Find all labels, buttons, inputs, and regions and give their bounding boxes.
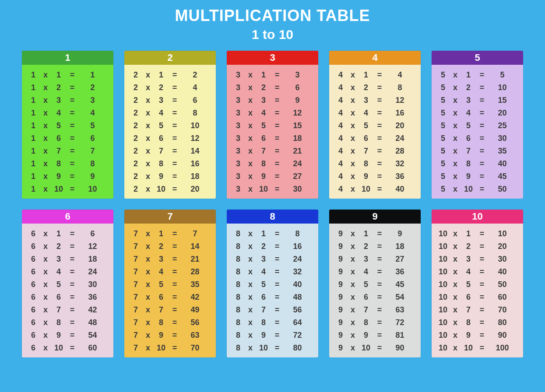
times-symbol: x (347, 71, 359, 79)
times-symbol: x (347, 230, 359, 238)
multiplier: 1 (52, 71, 66, 79)
times-symbol: x (142, 147, 154, 155)
product: 27 (386, 255, 415, 263)
times-symbol: x (449, 318, 461, 326)
times-symbol: x (142, 268, 154, 276)
multiplier: 5 (52, 122, 66, 130)
multiplicand: 8 (232, 268, 244, 276)
equals-symbol: = (373, 147, 386, 155)
table-row: 3x8=24 (232, 157, 313, 170)
equals-symbol: = (66, 84, 79, 91)
equals-symbol: = (475, 185, 489, 193)
equals-symbol: = (373, 293, 386, 301)
times-symbol: x (244, 306, 257, 314)
product: 100 (489, 344, 518, 352)
equals-symbol: = (373, 255, 386, 263)
multiplier: 3 (52, 255, 66, 263)
product: 25 (489, 122, 518, 130)
equals-symbol: = (168, 318, 181, 326)
multiplicand: 7 (130, 255, 142, 263)
multiplier: 10 (154, 344, 168, 352)
multiplicand: 5 (437, 71, 449, 79)
times-symbol: x (449, 185, 461, 193)
multiplicand: 3 (232, 84, 244, 91)
equals-symbol: = (271, 109, 284, 117)
multiplier: 3 (359, 255, 373, 263)
table-row: 4x10=40 (334, 182, 415, 195)
multiplier: 5 (257, 280, 271, 288)
product: 80 (489, 318, 518, 326)
equals-symbol: = (271, 230, 284, 238)
equals-symbol: = (271, 147, 284, 155)
times-symbol: x (39, 96, 52, 104)
multiplicand: 6 (27, 268, 39, 276)
multiplier: 4 (154, 109, 168, 117)
times-symbol: x (244, 344, 257, 352)
times-symbol: x (347, 84, 359, 91)
times-symbol: x (244, 96, 257, 104)
equals-symbol: = (475, 344, 489, 352)
card-header: 5 (432, 51, 523, 65)
table-row: 6x1=6 (27, 227, 108, 240)
multiplicand: 9 (334, 280, 347, 288)
multiplier: 5 (461, 280, 475, 288)
table-row: 8x10=80 (232, 341, 313, 354)
table-row: 9x2=18 (334, 240, 415, 252)
table-row: 5x9=45 (437, 170, 518, 182)
times-symbol: x (449, 147, 461, 155)
product: 28 (181, 268, 211, 276)
multiplier: 3 (154, 255, 168, 263)
times-symbol: x (244, 71, 257, 79)
times-symbol: x (39, 109, 52, 117)
times-symbol: x (39, 331, 52, 339)
multiplier: 7 (52, 147, 66, 155)
equals-symbol: = (168, 242, 181, 250)
table-row: 6x5=30 (27, 278, 108, 290)
product: 9 (386, 230, 415, 238)
multiplicand: 1 (27, 160, 39, 168)
product: 18 (386, 242, 415, 250)
table-row: 7x8=56 (130, 316, 211, 329)
equals-symbol: = (373, 318, 386, 326)
multiplier: 8 (461, 160, 475, 168)
equals-symbol: = (66, 122, 79, 130)
product: 18 (181, 172, 211, 180)
times-symbol: x (39, 84, 52, 91)
product: 10 (489, 230, 518, 238)
product: 40 (489, 160, 518, 168)
multiplier: 8 (359, 318, 373, 326)
multiplicand: 6 (27, 230, 39, 238)
table-row: 7x9=63 (130, 329, 211, 341)
equals-symbol: = (168, 122, 181, 130)
table-row: 8x5=40 (232, 278, 313, 290)
times-symbol: x (244, 268, 257, 276)
equals-symbol: = (168, 255, 181, 263)
table-row: 2x2=4 (130, 81, 211, 94)
multiplicand: 5 (437, 134, 449, 142)
times-symbol: x (39, 71, 52, 79)
multiplier: 10 (461, 185, 475, 193)
equals-symbol: = (168, 230, 181, 238)
table-row: 2x1=2 (130, 68, 211, 81)
multiplier: 9 (154, 172, 168, 180)
multiplier: 4 (52, 109, 66, 117)
table-row: 10x2=20 (437, 240, 518, 252)
multiplier: 10 (461, 344, 475, 352)
table-row: 3x1=3 (232, 68, 313, 81)
multiplicand: 1 (27, 109, 39, 117)
table-row: 6x3=18 (27, 252, 108, 265)
table-card-8: 88x1=88x2=168x3=248x4=328x5=408x6=488x7=… (227, 210, 318, 357)
times-symbol: x (244, 160, 257, 168)
multiplier: 4 (359, 268, 373, 276)
card-header: 6 (22, 210, 113, 224)
multiplicand: 5 (437, 84, 449, 91)
multiplicand: 3 (232, 71, 244, 79)
multiplicand: 3 (232, 96, 244, 104)
multiplicand: 7 (130, 242, 142, 250)
multiplier: 7 (359, 147, 373, 155)
times-symbol: x (142, 172, 154, 180)
equals-symbol: = (475, 71, 489, 79)
table-row: 8x4=32 (232, 265, 313, 278)
multiplicand: 1 (27, 96, 39, 104)
multiplier: 7 (359, 306, 373, 314)
